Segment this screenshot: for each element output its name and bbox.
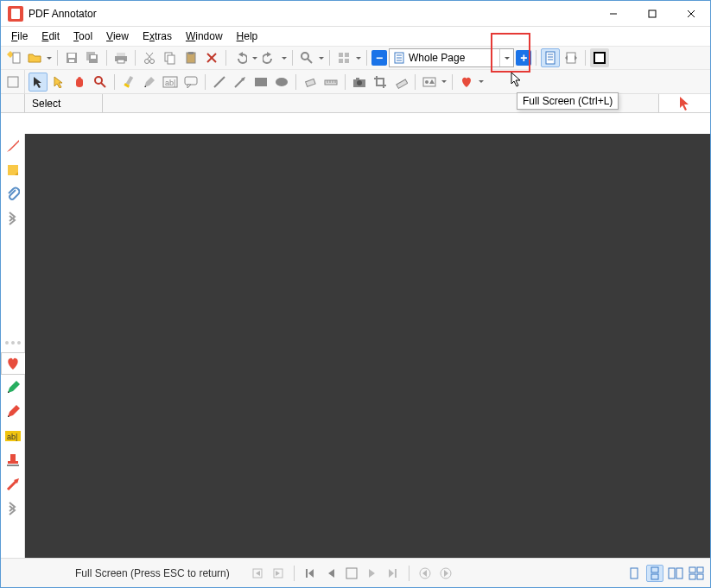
document-canvas[interactable] [25,134,710,558]
line-tool[interactable] [210,73,229,92]
sb-heart[interactable] [1,352,25,375]
sb-pencil-red[interactable] [3,401,23,423]
fullscreen-icon[interactable] [590,48,609,67]
stamp-dropdown[interactable] [441,78,448,85]
menu-view[interactable]: View [99,28,136,44]
svg-rect-85 [7,465,19,466]
nav-last[interactable] [384,565,402,582]
find-dropdown[interactable] [318,54,325,62]
delete-icon[interactable] [202,48,221,67]
ruler-tool[interactable] [321,73,340,92]
camera-tool[interactable] [350,73,369,92]
ellipse-tool[interactable] [272,73,291,92]
svg-rect-98 [395,569,397,578]
sb-chevron[interactable] [3,207,23,230]
sb-arrow-red[interactable] [3,473,23,496]
layout-two-continuous[interactable] [688,565,705,582]
menu-help[interactable]: Help [230,28,265,44]
crop-tool[interactable] [371,73,390,92]
svg-rect-84 [8,461,18,464]
open-folder-icon[interactable] [25,48,44,67]
print-icon[interactable] [111,48,130,67]
svg-rect-106 [669,568,675,579]
heart-favorite[interactable] [457,73,476,92]
svg-rect-20 [168,55,175,64]
save-icon[interactable] [62,48,81,67]
favorites-icon[interactable] [334,48,353,67]
arrow-tool[interactable] [231,73,250,92]
find-icon[interactable] [297,48,316,67]
magnifier-tool[interactable] [91,73,110,92]
menu-tool[interactable]: Tool [67,28,99,44]
rectangle-tool[interactable] [251,73,270,92]
nav-first[interactable] [302,565,319,582]
nav-back[interactable] [416,565,434,582]
zoom-combo[interactable]: Whole Page [389,48,514,67]
eraser-tool[interactable] [301,73,320,92]
svg-rect-32 [345,59,349,63]
open-dropdown[interactable] [46,54,53,62]
svg-rect-5 [13,53,20,63]
layout-single[interactable] [625,565,643,582]
left-sidebar: ab| [1,134,25,558]
close-button[interactable] [671,2,710,26]
cut-icon[interactable] [140,48,159,67]
heart-dropdown[interactable] [478,78,485,85]
maximize-button[interactable] [632,2,671,26]
undo-dropdown[interactable] [251,54,258,62]
dimension-tool[interactable] [391,73,410,92]
sb-chevron-2[interactable] [3,497,23,520]
pencil-tool[interactable] [140,73,159,92]
svg-text:ab|: ab| [7,433,17,441]
nav-next[interactable] [364,565,381,582]
svg-rect-109 [697,567,703,572]
fit-width-icon[interactable] [562,48,581,67]
sb-attachment[interactable] [3,183,23,205]
marker-tool[interactable] [119,73,138,92]
app-icon [8,6,23,22]
layout-continuous[interactable] [646,565,663,582]
sb-red-marker[interactable] [3,135,23,157]
main-toolbar: − Whole Page + [1,46,710,70]
redo-icon[interactable] [260,48,279,67]
stamp-tool[interactable] [420,73,439,92]
pointer-tool[interactable] [29,73,48,92]
pan-tool[interactable] [70,73,89,92]
sb-note[interactable] [3,159,23,181]
minimize-button[interactable] [594,2,632,26]
menubar: File Edit Tool View Extras Window Help [1,27,710,46]
redo-dropdown[interactable] [281,54,288,62]
lasso-tool[interactable] [49,73,68,92]
undo-icon[interactable] [231,48,250,67]
nav-page-box[interactable] [343,565,360,582]
nav-prev-annot[interactable] [249,565,266,582]
nav-next-annot[interactable] [270,565,287,582]
paste-icon[interactable] [181,48,200,67]
favorites-dropdown[interactable] [355,54,362,62]
svg-marker-89 [256,571,260,576]
menu-window[interactable]: Window [179,28,230,44]
save-all-icon[interactable] [83,48,102,67]
zoom-in-button[interactable]: + [516,50,531,66]
menu-file[interactable]: File [4,28,35,44]
sb-pencil-green[interactable] [3,376,23,399]
svg-rect-104 [651,567,658,572]
sb-stamp[interactable] [3,449,23,471]
nav-forward[interactable] [437,565,454,582]
zoom-dropdown[interactable] [499,49,513,66]
text-cloud-tool[interactable] [181,73,200,92]
copy-icon[interactable] [161,48,180,67]
sb-textbox-yellow[interactable]: ab| [3,425,23,447]
toolbox-toggle[interactable] [1,70,25,94]
nav-prev[interactable] [322,565,340,582]
new-document-icon[interactable] [4,48,23,67]
textbox-tool[interactable]: ab| [161,73,180,92]
layout-two-page[interactable] [667,565,684,582]
menu-extras[interactable]: Extras [136,28,179,44]
menu-edit[interactable]: Edit [35,28,67,44]
svg-line-56 [214,77,225,87]
svg-marker-91 [276,571,280,576]
zoom-out-button[interactable]: − [371,50,387,66]
single-page-icon[interactable] [541,48,560,67]
svg-marker-102 [444,570,448,577]
